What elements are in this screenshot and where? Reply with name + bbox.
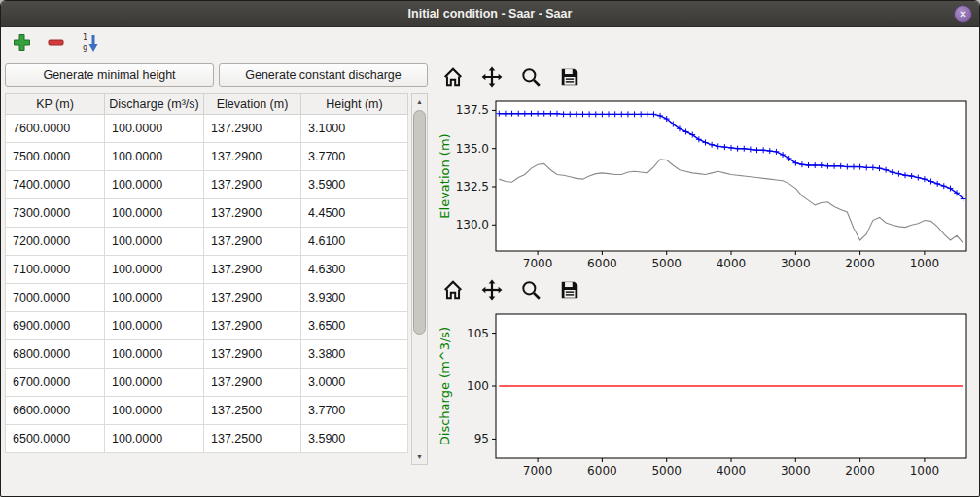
table-row[interactable]: 6500.0000100.0000137.25003.5900: [6, 425, 408, 453]
table-cell[interactable]: 100.0000: [105, 199, 204, 228]
table-header-row: KP (m)Discharge (m³/s)Elevation (m)Heigh…: [6, 94, 408, 115]
svg-text:135.0: 135.0: [456, 142, 489, 156]
initial-condition-table: KP (m)Discharge (m³/s)Elevation (m)Heigh…: [5, 93, 408, 453]
table-cell[interactable]: 6600.0000: [6, 397, 105, 425]
discharge-pan-button[interactable]: [480, 278, 504, 304]
table-cell[interactable]: 137.2500: [204, 397, 301, 425]
pan-icon: [481, 279, 503, 303]
table-cell[interactable]: 4.4500: [301, 199, 408, 228]
table-cell[interactable]: 137.2900: [204, 228, 301, 256]
table-cell[interactable]: 3.5900: [301, 171, 408, 199]
table-cell[interactable]: 137.2900: [204, 115, 301, 143]
scroll-up-button[interactable]: ▲: [412, 94, 427, 109]
pan-icon: [481, 66, 503, 90]
table-cell[interactable]: 100.0000: [105, 340, 204, 369]
table-cell[interactable]: 137.2900: [204, 171, 301, 199]
table-cell[interactable]: 137.2500: [204, 425, 301, 453]
table-cell[interactable]: 137.2900: [204, 312, 301, 340]
table-cell[interactable]: 7100.0000: [6, 256, 105, 284]
table-cell[interactable]: 6800.0000: [6, 340, 105, 369]
svg-text:1000: 1000: [910, 257, 940, 270]
close-button[interactable]: ✕: [954, 5, 972, 23]
table-cell[interactable]: 137.2900: [204, 256, 301, 284]
table-row[interactable]: 6700.0000100.0000137.29003.0000: [6, 369, 408, 397]
elevation-pan-button[interactable]: [480, 65, 504, 91]
table-row[interactable]: 7600.0000100.0000137.29003.1000: [6, 115, 408, 143]
table-cell[interactable]: 3.6500: [301, 312, 408, 340]
table-cell[interactable]: 7400.0000: [6, 171, 105, 199]
discharge-plot-toolbar: [436, 276, 976, 306]
table-cell[interactable]: 4.6300: [301, 256, 408, 284]
table-cell[interactable]: 7500.0000: [6, 143, 105, 171]
svg-text:4000: 4000: [717, 464, 747, 478]
table-cell[interactable]: 7600.0000: [6, 115, 105, 143]
table-cell[interactable]: 100.0000: [105, 369, 204, 397]
sort-button[interactable]: 1 9: [77, 30, 104, 58]
discharge-home-button[interactable]: [441, 278, 465, 304]
table-cell[interactable]: 3.0000: [301, 369, 408, 397]
table-cell[interactable]: 137.2900: [204, 340, 301, 369]
titlebar[interactable]: Initial condition - Saar - Saar ✕: [1, 1, 979, 27]
table-cell[interactable]: 100.0000: [105, 397, 204, 425]
table-cell[interactable]: 7000.0000: [6, 284, 105, 312]
table-cell[interactable]: 100.0000: [105, 312, 204, 340]
table-cell[interactable]: 3.7700: [301, 143, 408, 171]
home-icon: [442, 66, 464, 90]
table-row[interactable]: 7300.0000100.0000137.29004.4500: [6, 199, 408, 228]
scrollbar-thumb[interactable]: [413, 110, 426, 335]
table-cell[interactable]: 7300.0000: [6, 199, 105, 228]
table-cell[interactable]: 137.2900: [204, 143, 301, 171]
table-cell[interactable]: 137.2900: [204, 284, 301, 312]
table-cell[interactable]: 6500.0000: [6, 425, 105, 453]
table-cell[interactable]: 100.0000: [105, 115, 204, 143]
table-cell[interactable]: 4.6100: [301, 228, 408, 256]
table-row[interactable]: 7500.0000100.0000137.29003.7700: [6, 143, 408, 171]
app-window: Initial condition - Saar - Saar ✕ 1 9: [0, 0, 980, 497]
table-cell[interactable]: 100.0000: [105, 256, 204, 284]
add-row-button[interactable]: [9, 30, 35, 57]
table-cell[interactable]: 3.3800: [301, 340, 408, 369]
table-cell[interactable]: 3.7700: [301, 397, 408, 425]
content: Generate minimal height Generate constan…: [1, 60, 979, 496]
generate-constant-discharge-button[interactable]: Generate constant discharge: [219, 63, 428, 87]
minus-icon: [46, 32, 66, 55]
table-body: 7600.0000100.0000137.29003.10007500.0000…: [6, 115, 408, 453]
scrollbar-track[interactable]: [412, 109, 427, 449]
column-header[interactable]: Discharge (m³/s): [105, 94, 204, 115]
table-row[interactable]: 6600.0000100.0000137.25003.7700: [6, 397, 408, 425]
table-cell[interactable]: 100.0000: [105, 425, 204, 453]
table-cell[interactable]: 7200.0000: [6, 228, 105, 256]
table-cell[interactable]: 3.5900: [301, 425, 408, 453]
vertical-scrollbar[interactable]: ▲ ▼: [411, 93, 428, 465]
table-row[interactable]: 7200.0000100.0000137.29004.6100: [6, 228, 408, 256]
table-cell[interactable]: 6700.0000: [6, 369, 105, 397]
svg-text:5000: 5000: [651, 464, 682, 478]
discharge-save-button[interactable]: [558, 278, 581, 304]
svg-text:6000: 6000: [587, 257, 617, 270]
table-cell[interactable]: 137.2900: [204, 369, 301, 397]
remove-row-button[interactable]: [43, 30, 69, 57]
table-cell[interactable]: 137.2900: [204, 199, 301, 228]
table-row[interactable]: 7400.0000100.0000137.29003.5900: [6, 171, 408, 199]
elevation-home-button[interactable]: [441, 65, 465, 91]
svg-text:2000: 2000: [845, 257, 875, 270]
table-row[interactable]: 7100.0000100.0000137.29004.6300: [6, 256, 408, 284]
table-row[interactable]: 7000.0000100.0000137.29003.9300: [6, 284, 408, 312]
column-header[interactable]: Height (m): [301, 94, 408, 115]
table-row[interactable]: 6900.0000100.0000137.29003.6500: [6, 312, 408, 340]
table-cell[interactable]: 100.0000: [105, 284, 204, 312]
column-header[interactable]: Elevation (m): [204, 94, 301, 115]
table-cell[interactable]: 100.0000: [105, 228, 204, 256]
generate-minimal-height-button[interactable]: Generate minimal height: [5, 63, 214, 87]
table-cell[interactable]: 100.0000: [105, 143, 204, 171]
scroll-down-button[interactable]: ▼: [412, 449, 427, 464]
elevation-save-button[interactable]: [558, 65, 581, 91]
table-cell[interactable]: 6900.0000: [6, 312, 105, 340]
column-header[interactable]: KP (m): [6, 94, 105, 115]
discharge-zoom-button[interactable]: [519, 278, 542, 304]
elevation-zoom-button[interactable]: [519, 65, 542, 91]
table-row[interactable]: 6800.0000100.0000137.29003.3800: [6, 340, 408, 369]
table-cell[interactable]: 3.9300: [301, 284, 408, 312]
table-cell[interactable]: 3.1000: [301, 115, 408, 143]
table-cell[interactable]: 100.0000: [105, 171, 204, 199]
